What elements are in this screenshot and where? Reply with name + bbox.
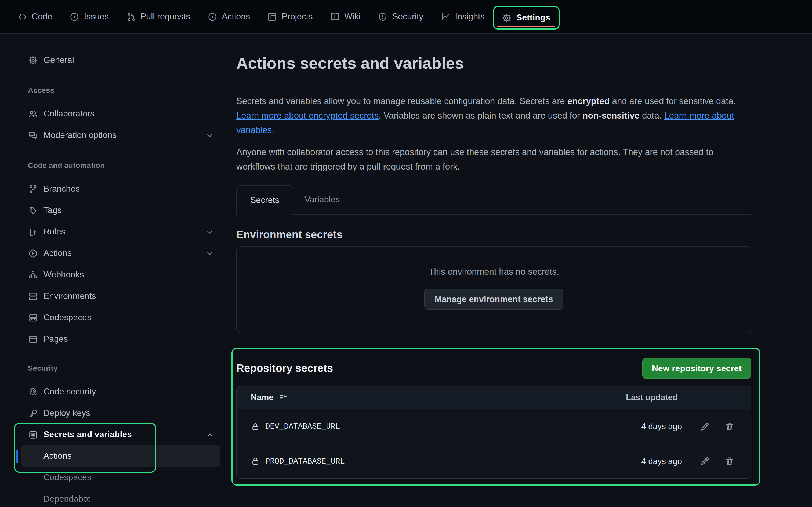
name-column-header[interactable]: Name xyxy=(251,393,273,402)
environment-empty-message: This environment has no secrets. xyxy=(428,267,559,277)
chevron-down-icon xyxy=(206,249,214,257)
chevron-up-icon xyxy=(206,431,214,439)
environment-secrets-box: This environment has no secrets. Manage … xyxy=(236,246,751,333)
book-icon xyxy=(331,12,340,21)
key-icon xyxy=(29,408,38,418)
secrets-variables-tabnav: Secrets Variables xyxy=(236,185,751,215)
table-icon xyxy=(268,12,277,21)
tab-insights[interactable]: Insights xyxy=(441,12,485,21)
people-icon xyxy=(29,109,38,118)
repository-secrets-table: Name Last updated DEV_DATABASE_URL 4 day… xyxy=(236,386,751,478)
sidebar-item-deploy-keys[interactable]: Deploy keys xyxy=(21,402,220,424)
repository-secrets-heading: Repository secrets xyxy=(236,362,333,375)
sidebar-item-moderation-options[interactable]: Moderation options xyxy=(21,124,220,146)
tab-pull-requests[interactable]: Pull requests xyxy=(126,12,190,21)
webhook-icon xyxy=(29,270,38,279)
sidebar-item-code-security[interactable]: Code security xyxy=(21,381,220,402)
secret-updated: 4 days ago xyxy=(641,422,682,431)
title-divider xyxy=(236,79,751,79)
graph-icon xyxy=(441,12,450,21)
sidebar-item-rules[interactable]: Rules xyxy=(21,221,220,242)
gear-icon xyxy=(29,56,38,65)
edit-secret-button[interactable] xyxy=(700,421,710,432)
new-repository-secret-button[interactable]: New repository secret xyxy=(642,358,751,379)
tab-projects[interactable]: Projects xyxy=(268,12,313,21)
tab-actions[interactable]: Actions xyxy=(208,12,250,21)
last-updated-column-header: Last updated xyxy=(626,393,678,402)
link-encrypted-secrets[interactable]: Learn more about encrypted secrets xyxy=(236,111,378,120)
lock-icon xyxy=(251,422,260,431)
sidebar-section-security: Security xyxy=(28,363,227,374)
sidebar-section-access: Access xyxy=(28,85,227,96)
manage-environment-secrets-button[interactable]: Manage environment secrets xyxy=(424,289,563,309)
issue-opened-icon xyxy=(70,12,79,21)
lock-icon xyxy=(251,457,260,466)
sidebar-item-actions[interactable]: Actions xyxy=(21,242,220,264)
play-circle-icon xyxy=(208,12,217,21)
tag-icon xyxy=(29,206,38,215)
git-pull-request-icon xyxy=(126,12,136,21)
tab-issues[interactable]: Issues xyxy=(70,12,109,21)
repository-secrets-header: Repository secrets New repository secret xyxy=(236,358,751,379)
sidebar-subitem-dependabot[interactable]: Dependabot xyxy=(21,488,220,507)
secret-row: DEV_DATABASE_URL 4 days ago xyxy=(237,409,751,444)
repo-tab-bar: Code Issues Pull requests Actions Projec… xyxy=(0,0,812,34)
play-circle-icon xyxy=(29,249,38,258)
codespaces-icon xyxy=(29,313,38,322)
sidebar-item-environments[interactable]: Environments xyxy=(21,285,220,307)
edit-secret-button[interactable] xyxy=(700,456,710,466)
comment-discussion-icon xyxy=(29,131,38,140)
sidebar-section-code-and-automation: Code and automation xyxy=(28,160,227,171)
sidebar-divider xyxy=(14,153,227,154)
sidebar-item-tags[interactable]: Tags xyxy=(21,200,220,221)
intro-paragraph: Secrets and variables allow you to manag… xyxy=(236,94,751,137)
chevron-down-icon xyxy=(206,228,214,236)
sidebar-divider xyxy=(14,78,227,78)
codescan-icon xyxy=(29,387,38,396)
environment-secrets-heading: Environment secrets xyxy=(236,227,751,241)
rules-icon xyxy=(29,227,38,236)
code-icon xyxy=(18,12,27,21)
delete-secret-button[interactable] xyxy=(724,422,734,431)
settings-content: Actions secrets and variables Secrets an… xyxy=(236,34,751,478)
sidebar-subitem-codespaces[interactable]: Codespaces xyxy=(21,467,220,488)
tab-settings[interactable]: Settings xyxy=(493,6,559,30)
selected-indicator-bar xyxy=(15,450,18,463)
secret-name: PROD_DATABASE_URL xyxy=(265,457,345,465)
sidebar-item-collaborators[interactable]: Collaborators xyxy=(21,103,220,124)
sidebar-item-webhooks[interactable]: Webhooks xyxy=(21,264,220,285)
git-branch-icon xyxy=(29,184,38,193)
sidebar-item-branches[interactable]: Branches xyxy=(21,178,220,200)
tab-code[interactable]: Code xyxy=(18,12,52,21)
page-title: Actions secrets and variables xyxy=(236,53,751,73)
sidebar-item-codespaces[interactable]: Codespaces xyxy=(21,307,220,328)
settings-sidebar: General Access Collaborators Moderation … xyxy=(14,49,227,507)
sidebar-subitem-actions[interactable]: Actions xyxy=(21,445,220,467)
github-settings-page: Code Issues Pull requests Actions Projec… xyxy=(0,0,812,507)
secret-updated: 4 days ago xyxy=(641,456,682,466)
delete-secret-button[interactable] xyxy=(724,456,734,466)
sidebar-item-pages[interactable]: Pages xyxy=(21,328,220,350)
server-icon xyxy=(29,292,38,301)
tab-secrets[interactable]: Secrets xyxy=(236,185,294,215)
sort-ascending-icon[interactable] xyxy=(279,393,288,402)
tab-wiki[interactable]: Wiki xyxy=(331,12,361,21)
table-header-row: Name Last updated xyxy=(237,386,751,409)
chevron-down-icon xyxy=(206,131,214,139)
sidebar-divider xyxy=(14,356,227,356)
tab-security[interactable]: Security xyxy=(378,12,423,21)
gear-icon xyxy=(502,13,512,22)
sidebar-item-secrets-and-variables[interactable]: Secrets and variables xyxy=(21,424,220,445)
tab-variables[interactable]: Variables xyxy=(294,185,351,214)
secret-name: DEV_DATABASE_URL xyxy=(265,422,340,431)
collaborator-note: Anyone with collaborator access to this … xyxy=(236,145,751,174)
key-asterisk-icon xyxy=(29,430,38,439)
shield-icon xyxy=(378,12,388,21)
sidebar-item-general[interactable]: General xyxy=(21,49,220,71)
browser-icon xyxy=(29,335,38,344)
secret-row: PROD_DATABASE_URL 4 days ago xyxy=(237,444,751,478)
